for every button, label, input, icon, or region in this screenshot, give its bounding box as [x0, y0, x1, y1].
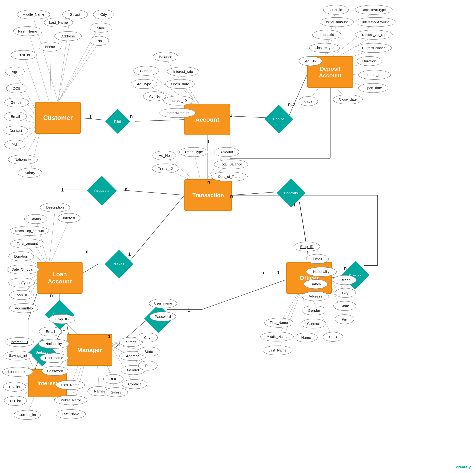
attr-rd-int: RD_int [3, 382, 26, 392]
attr-deposit-ac-no: Deposit_Ac_No [355, 30, 392, 39]
attr-password-manager: Password [42, 366, 68, 376]
svg-line-13 [128, 195, 185, 263]
attr-last-name: Last_Name [44, 18, 73, 27]
card-1-customer-req: 1 [61, 187, 64, 193]
attr-remaining-amount: Remaining_amount [10, 226, 49, 236]
attr-fd-int: FD_int [4, 396, 27, 406]
attr-salary-officer: Salary [304, 279, 328, 289]
attr-firstname-manager: First_Name [56, 380, 85, 390]
attr-interest-loan: Interest [58, 213, 81, 223]
card-1-customer-has: 1 [89, 114, 92, 120]
relation-controls: Controls [277, 179, 306, 207]
attr-city-officer: City [335, 288, 356, 298]
attr-dob-officer: DOB [323, 332, 343, 342]
svg-line-35 [58, 41, 100, 102]
attr-username-manager: User_name [40, 353, 68, 363]
attr-lastname-officer: Last_Name [263, 346, 292, 355]
attr-emp-id-officer: Emp_ID [294, 242, 320, 252]
attr-password-governs: Password [150, 312, 176, 321]
svg-line-90 [49, 208, 55, 262]
card-n-updates-interest: n [49, 341, 52, 346]
attr-nationality-manager: Nationality [38, 339, 69, 349]
attr-pin: Pin [90, 36, 109, 46]
attr-interested-amount: InterestedAmount [355, 17, 396, 27]
card-1-officer-controls: 1 [277, 270, 280, 275]
entity-account: Account [185, 104, 230, 135]
attr-status: Status [24, 214, 47, 224]
attr-pin-manager: Pin [138, 361, 157, 370]
attr-state: State [90, 23, 112, 33]
attr-emp-id-manager: Emp_ID [49, 314, 75, 324]
svg-line-45 [30, 134, 39, 174]
entity-officer: Officer [286, 262, 332, 294]
attr-dep-ac-no: Ac_No [299, 56, 322, 66]
card-n-loan-approves: n [50, 293, 53, 298]
attr-trans-type: Trans_Type [179, 147, 208, 157]
attr-firstname-officer: First_Name [264, 318, 293, 327]
svg-line-14 [81, 263, 99, 274]
svg-line-19 [202, 280, 286, 309]
attr-street-officer: Street [333, 275, 357, 285]
attr-interest-id-dep: InterestId [312, 30, 341, 39]
attr-loan-interest: LoanInterest [2, 367, 33, 377]
attr-lastname-manager: Last_Name [56, 409, 86, 419]
card-n-req-trans: n [125, 186, 128, 192]
attr-city: City [93, 10, 114, 19]
attr-contact: Contact [3, 126, 28, 135]
attr-total-balance: Total_Balance [214, 160, 248, 169]
card-n-makes-loan: n [86, 249, 88, 254]
svg-line-92 [51, 218, 70, 262]
attr-middle-name: Middle_Name [17, 10, 50, 19]
attr-city-manager: City [137, 333, 158, 342]
svg-line-36 [50, 47, 51, 106]
attr-nationality-officer: Nationality [306, 267, 337, 277]
attr-duration: Duration [357, 56, 382, 66]
card-1-account-canbe: 1 [230, 112, 232, 118]
card-1-controls-officer: 1 [293, 202, 296, 208]
attr-interest-id: Interest_ID [5, 337, 34, 347]
attr-middlename-manager: Middle_Name [54, 395, 87, 405]
attr-total-amount: Total_amount [10, 239, 44, 248]
svg-line-1 [135, 120, 185, 121]
attr-pan: PAN [4, 140, 25, 149]
attr-address-officer: Address [302, 291, 329, 301]
attr-closure-type: ClosureType [309, 43, 340, 53]
svg-line-62 [326, 22, 337, 59]
attr-pin-officer: Pin [335, 314, 354, 324]
attr-dep-open-date: Open_date [358, 83, 388, 93]
attr-days: days [299, 96, 318, 106]
svg-line-63 [329, 22, 375, 59]
attr-state-officer: State [333, 301, 356, 311]
attr-address: Address [54, 31, 82, 41]
relation-can-be: Can be [265, 105, 293, 133]
attr-current-balance: CurrentBalance [356, 43, 392, 53]
card-n-trans-controls: n [230, 193, 233, 199]
diagram-container: Customer Account DepositAccount Transact… [0, 0, 476, 473]
entity-customer: Customer [35, 102, 81, 134]
attr-deposit-acc-type: DepositAccType [355, 5, 392, 15]
card-1-officer-creates: n [344, 266, 347, 271]
attr-description: Description [40, 202, 70, 212]
attr-trans-id: Trans_ID [152, 164, 179, 173]
attr-first-name: First_Name [13, 26, 42, 36]
attr-account-no: AccountNo [9, 303, 38, 313]
attr-date-of-loan: Date_Of_Loan [7, 265, 39, 274]
attr-duration-loan: Duration [8, 252, 34, 261]
svg-line-2 [230, 116, 269, 118]
card-n-has-account: n [130, 113, 133, 119]
attr-street: Street [62, 10, 88, 19]
attr-ac-no: Ac_No [143, 91, 166, 101]
svg-line-29 [58, 14, 70, 102]
attr-gender-officer: Gender [302, 306, 326, 315]
attr-interest-id: Interest_ID [163, 96, 193, 106]
attr-salary-manager: Salary [104, 387, 128, 397]
card-1-account-trans: 1 [207, 139, 210, 144]
attr-dob: DOB [6, 84, 27, 93]
card-n-canbe-dep: 0..2 [288, 102, 296, 108]
attr-dep-cust-id: Cust_id [323, 5, 349, 15]
attr-trans-ac-no: Ac_No [153, 151, 176, 160]
entity-loan-account: LoanAccount [37, 262, 83, 294]
attr-contact-manager: Contact [122, 379, 147, 389]
relation-has: has [105, 109, 130, 134]
attr-username-governs: User_name [149, 299, 177, 308]
